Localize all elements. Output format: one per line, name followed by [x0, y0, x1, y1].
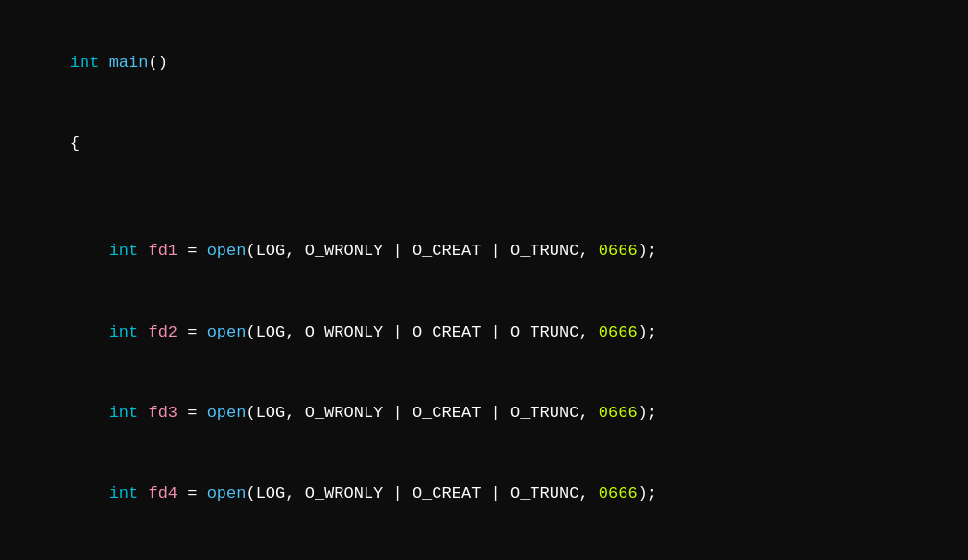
line-fd1: int fd1 = open(LOG, O_WRONLY | O_CREAT |…	[31, 211, 937, 292]
line-brace-open: {	[31, 104, 937, 184]
keyword-int: int	[70, 54, 100, 72]
var-fd1: fd1	[148, 242, 177, 260]
line-empty-1	[31, 184, 937, 211]
var-fd4: fd4	[148, 484, 177, 502]
line-fd4: int fd4 = open(LOG, O_WRONLY | O_CREAT |…	[31, 454, 937, 534]
line-fd2: int fd2 = open(LOG, O_WRONLY | O_CREAT |…	[31, 292, 937, 372]
line-main-decl: int main()	[31, 23, 937, 104]
var-fd2: fd2	[148, 323, 177, 341]
function-main: main	[109, 54, 149, 72]
line-fd5: int fd5 = open(LOG, O_WRONLY | O_CREAT |…	[31, 534, 937, 560]
code-editor: int main() { int fd1 = open(LOG, O_WRONL…	[0, 0, 968, 560]
line-fd3: int fd3 = open(LOG, O_WRONLY | O_CREAT |…	[31, 373, 937, 454]
var-fd3: fd3	[148, 404, 177, 422]
